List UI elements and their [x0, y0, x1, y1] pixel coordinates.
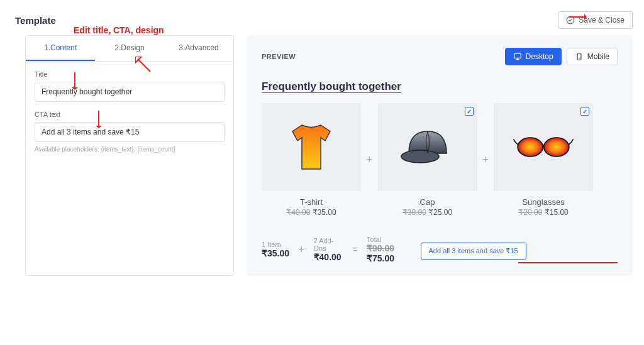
summary-item-label: 1 Item	[262, 241, 289, 248]
svg-marker-4	[72, 87, 78, 90]
summary-addons-value: ₹40.00	[314, 252, 344, 262]
preview-label: PREVIEW	[262, 53, 296, 60]
product-checkbox[interactable]	[465, 107, 474, 116]
product-info: Sunglasses ₹20.00 ₹15.00	[494, 191, 593, 217]
product-name: Sunglasses	[494, 197, 593, 207]
product-name: Cap	[378, 197, 477, 207]
editor-body: Title CTA text Available placeholders: {…	[26, 62, 233, 162]
main-content: 1.Content 2.Design 3.Advanced Title CTA …	[0, 35, 644, 287]
mobile-label: Mobile	[587, 52, 609, 61]
product-image-cap	[378, 103, 477, 191]
plus-icon: +	[482, 153, 489, 167]
summary-item-value: ₹35.00	[262, 248, 289, 258]
summary-total-label: Total	[367, 236, 420, 243]
desktop-icon	[513, 52, 522, 61]
arrow-upleft-icon	[135, 57, 153, 74]
product-name: T-shirt	[262, 197, 361, 207]
annotation-underline	[518, 262, 618, 263]
cap-icon	[396, 116, 459, 178]
product-price: ₹20.00 ₹15.00	[494, 208, 593, 217]
fbt-title: Frequently bought together	[262, 80, 618, 93]
product-card: Sunglasses ₹20.00 ₹15.00	[494, 103, 593, 217]
tshirt-icon	[280, 116, 343, 178]
cta-wrap: Add all 3 items and save ₹15	[421, 243, 618, 263]
tab-advanced[interactable]: 3.Advanced	[164, 36, 233, 61]
product-image-sunglasses	[494, 103, 593, 191]
desktop-button[interactable]: Desktop	[505, 48, 562, 65]
summary-addons-label: 2 Add-Ons	[314, 237, 344, 252]
product-price: ₹30.00 ₹25.00	[378, 208, 477, 217]
product-card: T-shirt ₹40.00 ₹35.00	[262, 103, 361, 217]
svg-point-16	[544, 138, 569, 156]
summary-total-value: ₹90.00 ₹75.00	[367, 243, 420, 263]
mobile-button[interactable]: Mobile	[567, 48, 618, 65]
product-image-tshirt	[262, 103, 361, 191]
product-checkbox[interactable]	[580, 107, 589, 116]
svg-marker-2	[584, 14, 587, 20]
product-price: ₹40.00 ₹35.00	[262, 208, 361, 217]
tab-content[interactable]: 1.Content	[26, 36, 95, 61]
svg-point-15	[518, 138, 543, 156]
summary-addons: 2 Add-Ons ₹40.00	[314, 237, 344, 262]
plus-icon: +	[298, 243, 305, 256]
mobile-icon	[575, 52, 584, 61]
arrow-down-icon	[70, 72, 79, 90]
add-all-button[interactable]: Add all 3 items and save ₹15	[421, 243, 526, 260]
summary-total: Total ₹90.00 ₹75.00	[367, 236, 420, 263]
plus-icon: +	[366, 153, 373, 167]
svg-marker-6	[96, 126, 102, 128]
sunglasses-icon	[512, 116, 575, 178]
products-row: T-shirt ₹40.00 ₹35.00 +	[262, 103, 618, 217]
cta-field-label: CTA text	[35, 111, 225, 118]
cta-input[interactable]	[35, 122, 225, 142]
editor-panel: 1.Content 2.Design 3.Advanced Title CTA …	[25, 35, 234, 276]
preview-header: PREVIEW Desktop Mobile	[262, 48, 618, 65]
tab-design[interactable]: 2.Design	[95, 36, 164, 61]
placeholders-hint: Available placeholders: {items_text}, {i…	[35, 146, 225, 153]
product-info: T-shirt ₹40.00 ₹35.00	[262, 191, 361, 217]
preview-panel: PREVIEW Desktop Mobile Frequently bought…	[247, 35, 633, 276]
desktop-label: Desktop	[526, 52, 553, 61]
device-toggle: Desktop Mobile	[505, 48, 618, 65]
equals-icon: =	[353, 244, 358, 255]
arrow-right-icon	[569, 13, 587, 21]
summary-item: 1 Item ₹35.00	[262, 241, 289, 258]
summary-row: 1 Item ₹35.00 + 2 Add-Ons ₹40.00 = Total…	[262, 236, 618, 263]
product-info: Cap ₹30.00 ₹25.00	[378, 191, 477, 217]
title-input[interactable]	[35, 82, 225, 102]
page-title: Template	[15, 15, 56, 26]
product-card: Cap ₹30.00 ₹25.00	[378, 103, 477, 217]
editor-tabs: 1.Content 2.Design 3.Advanced	[26, 36, 233, 62]
svg-point-14	[401, 150, 439, 163]
summary-math: 1 Item ₹35.00 + 2 Add-Ons ₹40.00 = Total…	[262, 236, 421, 263]
title-field-label: Title	[35, 70, 225, 78]
annotation-edit-title: Edit title, CTA, design	[74, 25, 164, 35]
svg-line-7	[138, 59, 150, 72]
svg-rect-9	[514, 53, 521, 58]
arrow-down-icon	[94, 111, 103, 128]
